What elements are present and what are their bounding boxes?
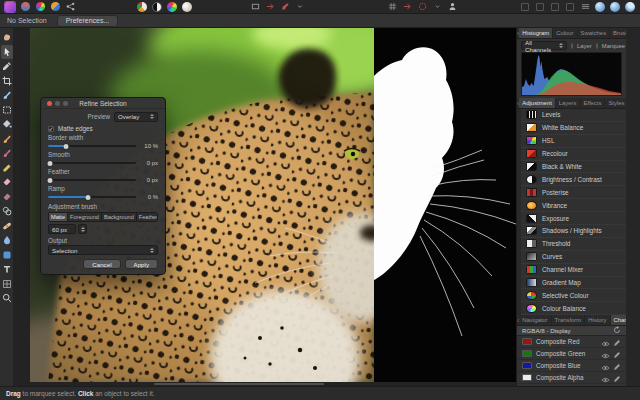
background-erase-tool[interactable] [1, 190, 13, 204]
mesh-warp-tool[interactable] [1, 277, 13, 291]
slider-track[interactable] [48, 162, 136, 164]
brush-mode-background[interactable]: Background [102, 213, 137, 221]
colour-replacement-brush-tool[interactable] [1, 146, 13, 160]
auto-colour-icon[interactable] [167, 2, 177, 12]
adjustment-item-vibrance[interactable]: Vibrance [521, 199, 626, 212]
selection-brush-tool[interactable] [1, 88, 13, 102]
grid-icon[interactable] [387, 2, 397, 12]
visibility-eye-icon[interactable] [601, 369, 610, 387]
adjustment-item-recolour[interactable]: Recolour [521, 148, 626, 161]
dropdown-caret-icon[interactable] [432, 2, 442, 12]
output-dropdown[interactable]: Selection [48, 245, 158, 255]
brush-size-field[interactable]: 60 px [48, 224, 76, 234]
adjustment-item-hsl[interactable]: HSL [521, 135, 626, 148]
zoom-tool[interactable] [1, 291, 13, 305]
view-mode-2-icon[interactable] [610, 2, 620, 12]
brush-size-stepper[interactable] [78, 224, 87, 234]
blur-tool[interactable] [1, 233, 13, 247]
move-tool[interactable] [1, 45, 13, 59]
move-forward-icon[interactable] [402, 2, 412, 12]
liquify-persona-icon[interactable] [20, 2, 30, 12]
adjustment-item-exposure[interactable]: Exposure [521, 212, 626, 225]
erase-brush-tool[interactable] [1, 175, 13, 189]
flood-select-tool[interactable] [1, 117, 13, 131]
insert-behaviour-icon[interactable] [295, 2, 305, 12]
tab-layers[interactable]: Layers [556, 98, 581, 108]
auto-contrast-icon[interactable] [152, 2, 162, 12]
tab-histogram[interactable]: Histogram [519, 28, 553, 38]
clone-brush-tool[interactable] [1, 204, 13, 218]
channel-select-dropdown[interactable]: All Channels [521, 41, 567, 50]
apply-button[interactable]: Apply [125, 259, 158, 269]
arrange-front-icon[interactable] [565, 2, 575, 12]
cancel-button[interactable]: Cancel [83, 259, 120, 269]
arrange-up-icon[interactable] [550, 2, 560, 12]
preferences-button[interactable]: Preferences... [57, 15, 119, 27]
adjustment-item-posterise[interactable]: Posterise [521, 186, 626, 199]
tab-history[interactable]: History [585, 315, 610, 325]
channel-row-composite-alpha[interactable]: Composite Alpha [517, 372, 626, 384]
tab-transform[interactable]: Transform [552, 315, 586, 325]
snapping-icon[interactable] [280, 2, 290, 12]
adjustment-item-shadows-highlights[interactable]: Shadows / Highlights [521, 225, 626, 238]
crop-tool[interactable] [1, 74, 13, 88]
adjustment-item-levels[interactable]: Levels [521, 109, 626, 122]
adjustment-item-brightness-contrast[interactable]: Brightness / Contrast [521, 173, 626, 186]
tab-brushes[interactable]: Brushes [610, 28, 626, 38]
arrange-down-icon[interactable] [535, 2, 545, 12]
slider-track[interactable] [48, 196, 136, 198]
adjustment-item-selective-colour[interactable]: Selective Colour [521, 289, 626, 302]
healing-brush-tool[interactable] [1, 219, 13, 233]
slider-thumb[interactable] [47, 178, 52, 183]
slider-track[interactable] [48, 145, 136, 147]
tab-styles[interactable]: Styles [605, 98, 626, 108]
shape-tool[interactable] [1, 248, 13, 262]
tab-swatches[interactable]: Swatches [578, 28, 611, 38]
dialog-titlebar[interactable]: Refine Selection [41, 98, 165, 109]
rotate-right-icon[interactable] [265, 2, 275, 12]
adjustment-item-curves[interactable]: Curves [521, 251, 626, 264]
layer-checkbox[interactable] [571, 43, 573, 49]
adjustment-item-gradient-map[interactable]: Gradient Map [521, 277, 626, 290]
quick-mask-icon[interactable] [417, 2, 427, 12]
pixel-tool[interactable] [1, 161, 13, 175]
view-mode-3-icon[interactable] [625, 2, 635, 12]
brush-mode-matte[interactable]: Matte [49, 213, 68, 221]
editable-pencil-icon[interactable] [613, 369, 621, 387]
matte-edges-checkbox[interactable]: ✓ [48, 126, 54, 132]
slider-thumb[interactable] [63, 144, 68, 149]
slider-thumb[interactable] [85, 195, 90, 200]
text-tool[interactable] [1, 262, 13, 276]
adjustment-item-threshold[interactable]: Threshold [521, 238, 626, 251]
document-canvas[interactable]: Refine Selection Preview Overlay ✓ [14, 28, 530, 386]
auto-white-balance-icon[interactable] [182, 2, 192, 12]
marquee-tool[interactable] [1, 103, 13, 117]
view-mode-1-icon[interactable] [595, 2, 605, 12]
tab-navigator[interactable]: Navigator [519, 315, 551, 325]
tab-effects[interactable]: Effects [581, 98, 606, 108]
tab-colour[interactable]: Colour [553, 28, 577, 38]
marquee-checkbox[interactable] [596, 43, 598, 49]
slider-thumb[interactable] [47, 161, 52, 166]
horizontal-scrollbar[interactable] [154, 383, 324, 385]
assistant-icon[interactable] [447, 2, 457, 12]
adjustment-item-channel-mixer[interactable]: Channel Mixer [521, 264, 626, 277]
slider-track[interactable] [48, 179, 136, 181]
colour-picker-tool[interactable] [1, 59, 13, 73]
hamburger-menu-icon[interactable] [580, 2, 590, 12]
arrange-back-icon[interactable] [520, 2, 530, 12]
adjustment-item-black-white[interactable]: Black & White [521, 161, 626, 174]
tab-channels[interactable]: Channels [611, 315, 626, 325]
brush-mode-foreground[interactable]: Foreground [68, 213, 102, 221]
tone-mapping-persona-icon[interactable] [50, 2, 60, 12]
rotate-left-icon[interactable] [250, 2, 260, 12]
adjustment-item-white-balance[interactable]: White Balance [521, 122, 626, 135]
view-tool[interactable] [1, 30, 13, 44]
preview-dropdown[interactable]: Overlay [114, 112, 158, 122]
adjustment-item-colour-balance[interactable]: Colour Balance [521, 302, 626, 315]
photo-persona-icon[interactable] [5, 2, 15, 12]
brush-mode-feather[interactable]: Feather [137, 213, 158, 221]
tab-adjustment[interactable]: Adjustment [519, 98, 555, 108]
export-persona-icon[interactable] [65, 2, 75, 12]
develop-persona-icon[interactable] [35, 2, 45, 12]
